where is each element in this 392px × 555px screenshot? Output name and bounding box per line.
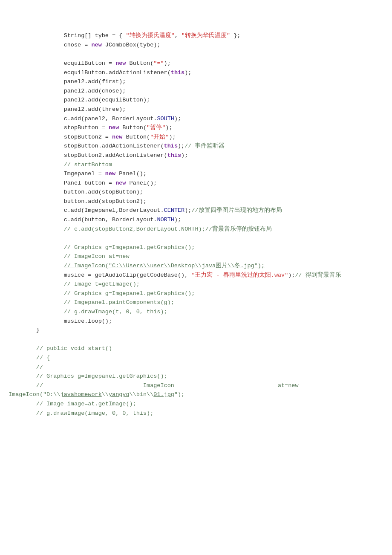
code-line: // Graphics g=Imgepanel.getGraphics();	[9, 243, 383, 252]
code-line: c.add(panel2, BorderLayout.SOUTH);	[9, 114, 383, 124]
code-line: musice = getAudioClip(getCodeBase(), "王力…	[9, 271, 383, 280]
code-line	[9, 335, 383, 344]
code-line: panel2.add(three);	[9, 105, 383, 114]
code-container: String[] tybe = { "转换为摄氏温度", "转换为华氏温度" }…	[0, 9, 392, 555]
code-line: panel2.add(ecquilButton);	[9, 95, 383, 105]
code-line: ecquilButton.addActionListener(this);	[9, 68, 383, 78]
code-line: chose = new JComboBox(tybe);	[9, 40, 383, 50]
code-line: // public void start()	[9, 344, 383, 353]
code-line: c.add(Imgepanel,BorderLayout.CENTER);//放…	[9, 206, 383, 215]
code-line: stopButton = new Button("暂停");	[9, 123, 383, 133]
code-line: // ImageIcon("C:\\Users\\user\\Desktop\\…	[9, 261, 383, 271]
code-line: Panel button = new Panel();	[9, 179, 383, 188]
code-line: // {	[9, 353, 383, 363]
code-line: panel2.add(first);	[9, 77, 383, 87]
code-line: // ImageIcon at=new	[9, 252, 383, 261]
code-line: //	[9, 363, 383, 372]
code-line: stopButton.addActionListener(this);// 事件…	[9, 142, 383, 151]
code-line: button.add(stopButton);	[9, 188, 383, 197]
code-line: // ImageIcon at=new ImageIcon("D:\\javah…	[9, 381, 383, 399]
code-line: button.add(stopButton2);	[9, 197, 383, 206]
code-line: // g.drawImage(t, 0, 0, this);	[9, 307, 383, 317]
code-line: Imgepanel = new Panel();	[9, 169, 383, 179]
code-line: String[] tybe = { "转换为摄氏温度", "转换为华氏温度" }…	[9, 31, 383, 40]
code-block: String[] tybe = { "转换为摄氏温度", "转换为华氏温度" }…	[9, 13, 383, 418]
code-line: // Imgepanel.paintComponents(g);	[9, 298, 383, 307]
code-line	[9, 234, 383, 243]
code-line: // Image image=at.getImage();	[9, 399, 383, 409]
code-line: c.add(button, BorderLayout.NORTH);	[9, 215, 383, 225]
code-line: }	[9, 326, 383, 335]
code-line: ecquilButton = new Button("=");	[9, 59, 383, 68]
code-line: // Graphics g=Imgepanel.getGraphics();	[9, 289, 383, 298]
code-line: // Image t=getImage();	[9, 280, 383, 289]
code-line: panel2.add(chose);	[9, 87, 383, 96]
code-line: // startBottom	[9, 160, 383, 170]
code-line: stopButton2.addActionListener(this);	[9, 151, 383, 160]
code-line: stopButton2 = new Button("开始");	[9, 133, 383, 142]
code-line: // g.drawImage(image, 0, 0, this);	[9, 409, 383, 418]
code-line: musice.loop();	[9, 317, 383, 326]
code-line: // Graphics g=Imgepanel.getGraphics();	[9, 372, 383, 381]
code-line: // c.add(stopButton2,BorderLayout.NORTH)…	[9, 225, 383, 234]
code-line	[9, 49, 383, 59]
